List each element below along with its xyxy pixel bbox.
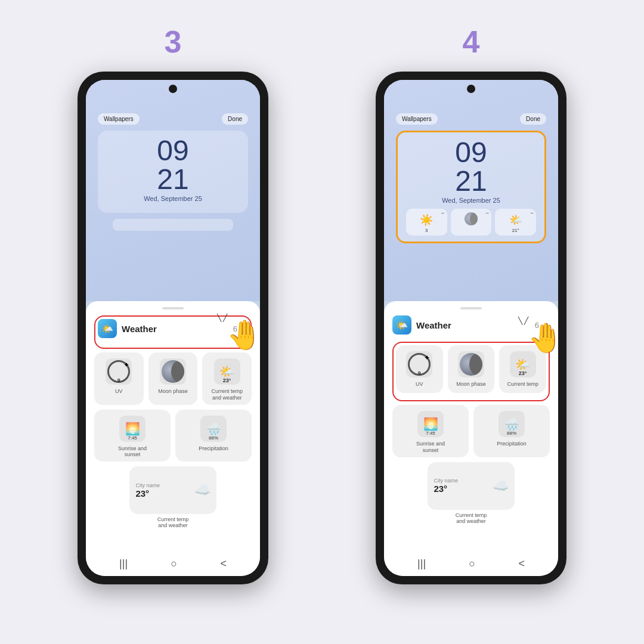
city-cloud-icon-3: ☁️ [194, 482, 210, 498]
widget-sunrise-3[interactable]: 🌅 7:45 Sunrise andsunset [94, 410, 171, 462]
widget-precip-4[interactable]: 🌧️ 88% Precipitation [473, 405, 550, 457]
widget-precip-3[interactable]: 🌧️ 88% Precipitation [175, 410, 252, 462]
phone-4: Wallpapers Done 09 21 Wed, September 25 … [376, 72, 566, 584]
city-widget-3[interactable]: City name 23° ☁️ [129, 466, 216, 514]
precip-icon-4: 🌧️ 88% [499, 411, 525, 437]
precip-value-4: 88% [507, 431, 516, 436]
time-hour-3: 09 [157, 137, 188, 165]
uv-value-4: 9 [418, 370, 421, 376]
wallpapers-bar-4: Wallpapers Done [396, 110, 546, 128]
done-btn-3[interactable]: Done [222, 113, 248, 125]
nav-back-icon-4[interactable]: < [518, 558, 525, 570]
nav-bar-4: ||| ○ < [384, 552, 558, 576]
widget-moon-4[interactable]: Moon phase [448, 345, 495, 393]
widget-grid-row2-3: 🌅 7:45 Sunrise andsunset 🌧️ 88% Precip [94, 410, 252, 462]
city-widget-container-3: City name 23° ☁️ [94, 466, 252, 514]
temp-cloud-4: 🌤️ [515, 357, 530, 371]
step-4-number: 4 [463, 24, 480, 60]
moon-graphic-4 [460, 353, 482, 376]
temp-label-4: Current temp [507, 381, 538, 388]
weather-app-icon-3: 🌤️ [98, 319, 117, 338]
weather-app-name-4: Weather [416, 320, 535, 330]
city-info-3: City name 23° [135, 482, 189, 499]
city-temp-4: 23° [434, 484, 487, 494]
uv-label-4: UV [416, 381, 423, 388]
city-label-4: Current tempand weather [392, 512, 550, 524]
sunrise-label-3: Sunrise andsunset [118, 445, 147, 459]
nav-home-icon-4[interactable]: ○ [469, 558, 475, 570]
nav-bar-3: ||| ○ < [86, 552, 260, 576]
nav-home-icon-3[interactable]: ○ [171, 558, 177, 570]
uv-icon-4: ✦ 9 [406, 351, 432, 377]
step-3-number: 3 [165, 24, 182, 60]
main-container: 3 Wallpapers Done 09 21 Wed, September 2… [0, 0, 644, 644]
precip-emoji-4: 🌧️ [504, 417, 519, 431]
wsi-cloud-4: 🌤️ [509, 213, 522, 227]
time-min-4: 21 [455, 167, 487, 196]
temp-value-3: 23° [223, 377, 231, 383]
uv-sun-3: ✦ [123, 361, 129, 369]
sunrise-value-4: 7:45 [426, 431, 435, 436]
time-min-3: 21 [157, 165, 188, 194]
widget-moon-3[interactable]: Moon phase [148, 352, 198, 405]
city-cloud-icon-4: ☁️ [493, 478, 509, 494]
widget-sunrise-4[interactable]: 🌅 7:45 Sunrise andsunset [392, 405, 469, 457]
done-btn-4[interactable]: Done [520, 113, 546, 125]
search-bar-3[interactable] [113, 219, 233, 231]
date-3: Wed, September 25 [144, 195, 202, 202]
moon-shadow-4 [469, 353, 482, 376]
temp-cloud-3: 🌤️ [219, 364, 234, 379]
widget-small-moon-4: − [451, 209, 492, 236]
moon-graphic-3 [162, 360, 184, 383]
city-name-3: City name [135, 482, 189, 488]
wsi-moon-4 [465, 212, 478, 225]
sunrise-value-3: 7:45 [128, 435, 137, 441]
uv-icon-3: ✦ 9 [106, 358, 132, 385]
widget-small-temp-4: − 🌤️ 21° [495, 209, 536, 236]
wsi-uv-val-4: 3 [425, 228, 428, 233]
widgets-row1-red-box-4: ✦ 9 UV [392, 342, 550, 401]
nav-menu-icon-4[interactable]: ||| [417, 558, 426, 570]
widget-grid-row1-4: ✦ 9 UV [396, 345, 546, 393]
widget-uv-4[interactable]: ✦ 9 UV [396, 345, 443, 393]
precip-icon-3: 🌧️ 88% [200, 416, 227, 442]
phone-notch-3 [169, 85, 177, 93]
hand-emoji-3: 🤚 [227, 319, 262, 351]
widget-small-uv-4: − ☀️ 3 [406, 209, 447, 236]
minus-1-4: − [441, 210, 445, 216]
uv-label-3: UV [115, 388, 123, 395]
widget-grid-row2-4: 🌅 7:45 Sunrise andsunset 🌧️ 88% Precip [392, 405, 550, 457]
widget-box-3: 09 21 Wed, September 25 [98, 131, 248, 213]
nav-back-icon-3[interactable]: < [220, 558, 227, 570]
nav-menu-icon-3[interactable]: ||| [119, 558, 128, 570]
phone-notch-4 [467, 85, 475, 93]
widget-temp-3[interactable]: 🌤️ 23° Current tempand weather [202, 352, 252, 405]
step-3-column: 3 Wallpapers Done 09 21 Wed, September 2… [36, 24, 310, 584]
precip-emoji-3: 🌧️ [206, 422, 221, 436]
city-widget-4[interactable]: City name 23° ☁️ [428, 462, 514, 510]
city-label-3: Current tempand weather [94, 516, 252, 528]
hand-cursor-3: ╲ ╱ 🤚 [227, 318, 262, 352]
tap-line-1-4: ╲ ╱ [518, 317, 528, 325]
phone-3: Wallpapers Done 09 21 Wed, September 25 [78, 72, 268, 584]
city-name-4: City name [434, 478, 487, 484]
tap-line-1-3: ╲ ╱ [217, 314, 227, 322]
city-temp-3: 23° [135, 488, 189, 499]
wsi-sun-4: ☀️ [420, 213, 433, 227]
moon-label-4: Moon phase [456, 381, 486, 388]
hand-emoji-4: 🤚 [528, 322, 564, 354]
sunrise-emoji-3: 🌅 [125, 422, 140, 436]
weather-app-icon-4: 🌤️ [392, 315, 411, 335]
sunrise-icon-4: 🌅 7:45 [417, 411, 444, 437]
widget-grid-row1-3: ✦ 9 UV [94, 352, 252, 405]
temp-label-3: Current tempand weather [211, 388, 243, 401]
precip-value-3: 88% [209, 435, 218, 441]
wallpapers-btn-4[interactable]: Wallpapers [396, 113, 438, 125]
temp-icon-3: 🌤️ 23° [214, 358, 240, 385]
wsi-moon-shadow-4 [470, 212, 478, 225]
city-widget-container-4: City name 23° ☁️ [392, 462, 550, 510]
hand-cursor-4: ╲ ╱ 🤚 [528, 321, 564, 355]
wallpapers-btn-3[interactable]: Wallpapers [98, 113, 140, 125]
widget-uv-3[interactable]: ✦ 9 UV [94, 352, 144, 405]
moon-shadow-3 [171, 360, 184, 383]
